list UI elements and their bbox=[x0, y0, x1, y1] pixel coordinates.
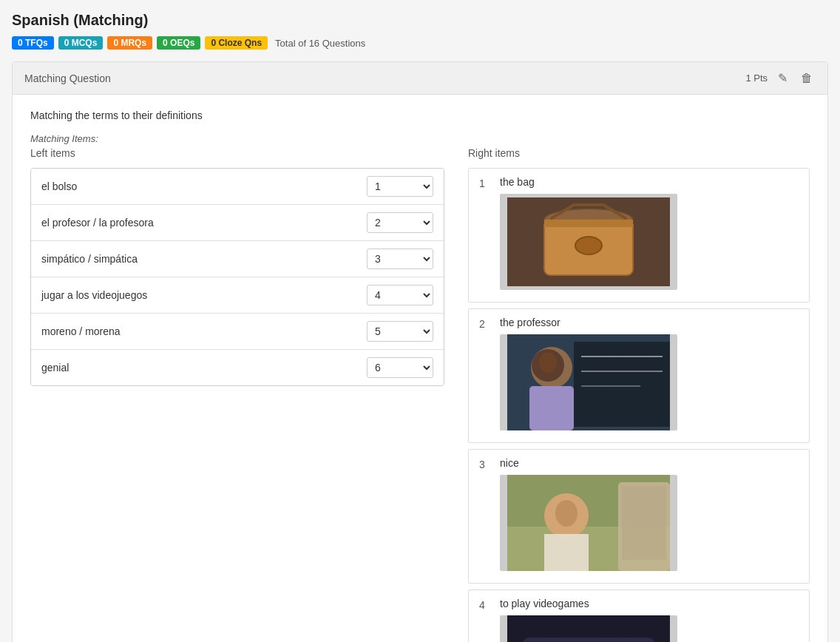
left-item-text-2: el profesor / la profesora bbox=[41, 217, 367, 229]
left-items-table: el bolso123456el profesor / la profesora… bbox=[30, 168, 444, 386]
right-item-image-3 bbox=[500, 475, 677, 571]
left-item-select-3[interactable]: 123456 bbox=[367, 249, 433, 269]
right-item-header-4: 4to play videogames bbox=[469, 590, 809, 642]
right-item-card-1: 1the bag bbox=[468, 168, 810, 303]
svg-point-16 bbox=[539, 352, 557, 373]
left-item-row: jugar a los videojuegos123456 bbox=[31, 277, 444, 314]
total-questions-label: Total of 16 Questions bbox=[275, 38, 365, 49]
left-item-text-1: el bolso bbox=[41, 180, 367, 192]
svg-rect-25 bbox=[522, 638, 655, 642]
matching-items-label: Matching Items: bbox=[30, 133, 810, 144]
right-item-image-4 bbox=[500, 615, 677, 642]
page-wrapper: Spanish (Matching) 0 TFQs0 MCQs0 MRQs0 O… bbox=[0, 0, 840, 642]
left-item-row: el bolso123456 bbox=[31, 169, 444, 205]
question-type-label: Matching Question bbox=[24, 72, 111, 84]
left-column: Left items el bolso123456el profesor / l… bbox=[30, 147, 444, 642]
right-item-content-3: nice bbox=[500, 457, 799, 578]
left-item-text-4: jugar a los videojuegos bbox=[41, 289, 367, 301]
right-item-content-2: the professor bbox=[500, 317, 799, 438]
right-item-image-1 bbox=[500, 194, 677, 290]
left-item-select-1[interactable]: 123456 bbox=[367, 176, 433, 197]
points-label: 1 Pts bbox=[745, 72, 768, 84]
svg-rect-9 bbox=[574, 342, 670, 427]
left-item-row: el profesor / la profesora123456 bbox=[31, 205, 444, 241]
badge-mrq: 0 MRQs bbox=[107, 36, 152, 50]
badges-row: 0 TFQs0 MCQs0 MRQs0 OEQs0 Cloze QnsTotal… bbox=[12, 36, 828, 50]
svg-rect-23 bbox=[622, 486, 666, 560]
question-header-right: 1 Pts ✎ 🗑 bbox=[745, 70, 816, 87]
left-item-text-6: genial bbox=[41, 362, 367, 374]
right-item-number-1: 1 bbox=[479, 176, 491, 189]
right-column: Right items 1the bag 2the professor 3nic… bbox=[468, 147, 810, 642]
page-title: Spanish (Matching) bbox=[12, 12, 828, 29]
right-item-card-4: 4to play videogames bbox=[468, 589, 810, 642]
svg-point-21 bbox=[555, 500, 578, 527]
right-item-number-2: 2 bbox=[479, 317, 491, 330]
left-item-select-6[interactable]: 123456 bbox=[367, 357, 433, 378]
right-item-number-3: 3 bbox=[479, 457, 491, 470]
edit-button[interactable]: ✎ bbox=[775, 70, 790, 87]
right-item-image-2 bbox=[500, 334, 677, 430]
right-item-content-1: the bag bbox=[500, 176, 799, 297]
question-header: Matching Question 1 Pts ✎ 🗑 bbox=[13, 62, 827, 95]
right-item-content-4: to play videogames bbox=[500, 598, 799, 642]
left-item-select-2[interactable]: 123456 bbox=[367, 212, 433, 233]
right-item-label-2: the professor bbox=[500, 317, 799, 328]
left-item-select-4[interactable]: 123456 bbox=[367, 285, 433, 305]
left-column-header: Left items bbox=[30, 147, 444, 159]
left-item-row: moreno / morena123456 bbox=[31, 314, 444, 350]
right-item-label-3: nice bbox=[500, 457, 799, 469]
badge-tfq: 0 TFQs bbox=[12, 36, 54, 50]
badge-mcq: 0 MCQs bbox=[58, 36, 104, 50]
right-item-label-1: the bag bbox=[500, 176, 799, 188]
left-item-text-3: simpático / simpática bbox=[41, 253, 367, 265]
right-item-header-2: 2the professor bbox=[469, 309, 809, 442]
left-item-select-5[interactable]: 123456 bbox=[367, 321, 433, 342]
left-item-row: genial123456 bbox=[31, 350, 444, 385]
question-card: Matching Question 1 Pts ✎ 🗑 Matching the… bbox=[12, 61, 828, 642]
right-column-header: Right items bbox=[468, 147, 810, 159]
svg-point-4 bbox=[575, 237, 602, 254]
question-body: Matching the terms to their definitions … bbox=[13, 95, 827, 642]
right-item-card-3: 3nice bbox=[468, 449, 810, 584]
svg-rect-3 bbox=[544, 220, 633, 227]
svg-rect-11 bbox=[529, 386, 574, 430]
right-item-header-1: 1the bag bbox=[469, 169, 809, 302]
right-item-number-4: 4 bbox=[479, 598, 491, 611]
left-item-row: simpático / simpática123456 bbox=[31, 241, 444, 277]
left-item-text-5: moreno / morena bbox=[41, 325, 367, 337]
badge-cloze: 0 Cloze Qns bbox=[205, 36, 268, 50]
svg-rect-22 bbox=[544, 534, 589, 571]
columns-layout: Left items el bolso123456el profesor / l… bbox=[30, 147, 810, 642]
right-item-header-3: 3nice bbox=[469, 450, 809, 583]
badge-oeq: 0 OEQs bbox=[157, 36, 200, 50]
right-item-label-4: to play videogames bbox=[500, 598, 799, 609]
delete-button[interactable]: 🗑 bbox=[798, 70, 816, 87]
question-description: Matching the terms to their definitions bbox=[30, 109, 810, 121]
right-items-list: 1the bag 2the professor 3nice bbox=[468, 168, 810, 642]
right-item-card-2: 2the professor bbox=[468, 308, 810, 443]
